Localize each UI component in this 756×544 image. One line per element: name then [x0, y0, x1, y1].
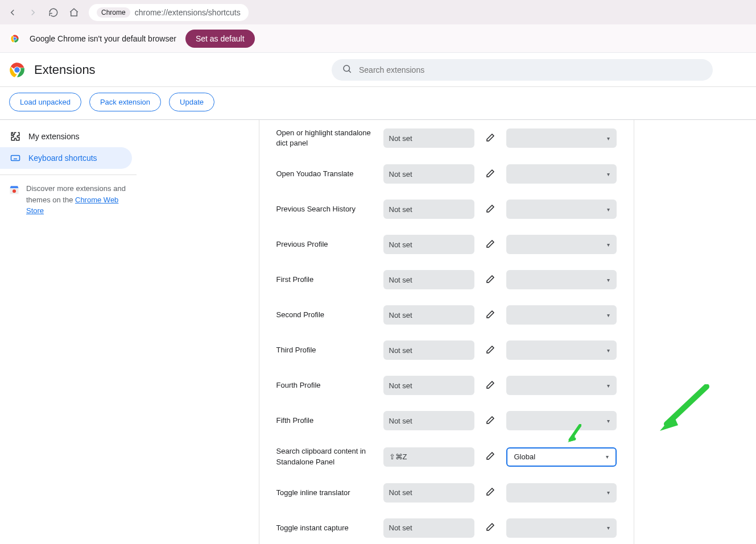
shortcut-list: Open or highlight standalone dict panelN… [259, 120, 634, 544]
web-store-icon [9, 185, 19, 195]
shortcut-value-input[interactable]: Not set [383, 411, 474, 430]
edit-shortcut-button[interactable] [482, 130, 498, 146]
shortcut-label: Fifth Profile [276, 416, 375, 426]
shortcut-label: Previous Profile [276, 239, 375, 250]
shortcut-label: Third Profile [276, 345, 375, 355]
address-bar[interactable]: Chrome chrome://extensions/shortcuts [89, 4, 249, 21]
scope-select[interactable]: ▾ [506, 518, 617, 538]
caret-down-icon: ▾ [607, 277, 610, 283]
reload-button[interactable] [46, 5, 61, 20]
discover-block: Discover more extensions and themes on t… [0, 183, 137, 217]
browser-chrome-bar: Chrome chrome://extensions/shortcuts [0, 0, 756, 24]
extensions-header: Extensions [0, 53, 756, 87]
shortcut-value-input[interactable]: Not set [383, 305, 474, 325]
shortcut-row: Open Youdao TranslateNot set▾ [276, 156, 617, 192]
pencil-icon [485, 451, 495, 463]
scope-select[interactable]: ▾ [506, 376, 617, 395]
search-extensions-input[interactable] [332, 59, 713, 81]
shortcut-label: Second Profile [276, 310, 375, 320]
scope-select[interactable]: ▾ [506, 270, 617, 289]
shortcut-value-input[interactable]: Not set [383, 235, 474, 254]
shortcut-row: Toggle instant captureNot set▾ [276, 510, 617, 544]
pencil-icon [485, 344, 495, 356]
shortcut-value-input[interactable]: Not set [383, 164, 474, 184]
site-chip: Chrome [97, 7, 130, 18]
edit-shortcut-button[interactable] [482, 342, 498, 358]
load-unpacked-button[interactable]: Load unpacked [9, 93, 81, 111]
back-button[interactable] [5, 5, 20, 20]
sidebar-item-label: Keyboard shortcuts [28, 153, 97, 163]
svg-rect-9 [11, 156, 20, 161]
sidebar-item-keyboard-shortcuts[interactable]: Keyboard shortcuts [0, 147, 132, 169]
shortcut-value-input[interactable]: Not set [383, 483, 474, 503]
home-button[interactable] [66, 5, 82, 20]
edit-shortcut-button[interactable] [482, 201, 498, 217]
shortcut-row: Previous Search HistoryNot set▾ [276, 192, 617, 227]
caret-down-icon: ▾ [607, 489, 610, 496]
edit-shortcut-button[interactable] [482, 166, 498, 182]
chrome-logo-icon [9, 62, 25, 78]
pack-extension-button[interactable]: Pack extension [89, 93, 161, 111]
shortcut-value-input[interactable]: ⇧⌘Z [383, 447, 474, 467]
shortcut-label: Open or highlight standalone dict panel [276, 128, 375, 148]
scope-select[interactable]: ▾ [506, 411, 617, 430]
shortcut-label: Fourth Profile [276, 380, 375, 391]
scope-select[interactable]: ▾ [506, 305, 617, 325]
set-default-button[interactable]: Set as default [185, 30, 255, 48]
url-text: chrome://extensions/shortcuts [135, 8, 241, 17]
edit-shortcut-button[interactable] [482, 449, 498, 465]
scope-select[interactable]: ▾ [506, 164, 617, 184]
shortcut-row: Previous ProfileNot set▾ [276, 227, 617, 262]
page-title: Extensions [34, 63, 96, 77]
caret-down-icon: ▾ [607, 525, 610, 531]
shortcut-value-input[interactable]: Not set [383, 376, 474, 395]
scope-select[interactable]: ▾ [506, 235, 617, 254]
caret-down-icon: ▾ [607, 242, 610, 248]
caret-down-icon: ▾ [607, 418, 610, 424]
forward-button[interactable] [25, 5, 41, 20]
shortcut-value-input[interactable]: Not set [383, 200, 474, 219]
pencil-icon [485, 274, 495, 286]
svg-point-7 [14, 67, 19, 72]
search-field[interactable] [359, 65, 703, 74]
shortcut-label: Toggle instant capture [276, 523, 375, 533]
scope-select[interactable]: ▾ [506, 128, 617, 148]
chrome-icon [9, 33, 20, 44]
pencil-icon [485, 487, 495, 499]
pencil-icon [485, 309, 495, 321]
shortcut-value-input[interactable]: Not set [383, 270, 474, 289]
update-button[interactable]: Update [169, 93, 214, 111]
shortcut-value-input[interactable]: Not set [383, 128, 474, 148]
shortcut-value-input[interactable]: Not set [383, 340, 474, 360]
chrome-chip-label: Chrome [101, 9, 126, 16]
edit-shortcut-button[interactable] [482, 485, 498, 501]
pencil-icon [485, 204, 495, 215]
shortcut-row: Fourth ProfileNot set▾ [276, 368, 617, 403]
sidebar: My extensions Keyboard shortcuts Discove… [0, 120, 137, 544]
svg-point-11 [13, 189, 16, 193]
shortcut-label: Open Youdao Translate [276, 169, 375, 179]
scope-select[interactable]: ▾ [506, 340, 617, 360]
shortcut-value-input[interactable]: Not set [383, 518, 474, 538]
scope-select[interactable]: Global▾ [506, 447, 617, 467]
scope-select[interactable]: ▾ [506, 483, 617, 503]
scope-select[interactable]: ▾ [506, 200, 617, 219]
edit-shortcut-button[interactable] [482, 377, 498, 393]
edit-shortcut-button[interactable] [482, 272, 498, 288]
pencil-icon [485, 522, 495, 534]
edit-shortcut-button[interactable] [482, 236, 498, 252]
edit-shortcut-button[interactable] [482, 413, 498, 429]
shortcut-row: Search clipboard content in Standalone P… [276, 438, 617, 475]
extensions-toolbar: Load unpacked Pack extension Update [0, 87, 756, 120]
main-area: My extensions Keyboard shortcuts Discove… [0, 120, 756, 544]
sidebar-item-my-extensions[interactable]: My extensions [0, 126, 132, 147]
edit-shortcut-button[interactable] [482, 520, 498, 536]
caret-down-icon: ▾ [607, 347, 610, 354]
pencil-icon [485, 168, 495, 180]
pencil-icon [485, 132, 495, 144]
edit-shortcut-button[interactable] [482, 307, 498, 323]
shortcut-row: Toggle inline translatorNot set▾ [276, 475, 617, 510]
svg-point-8 [344, 65, 350, 72]
default-browser-banner: Google Chrome isn't your default browser… [0, 24, 756, 53]
pencil-icon [485, 415, 495, 427]
